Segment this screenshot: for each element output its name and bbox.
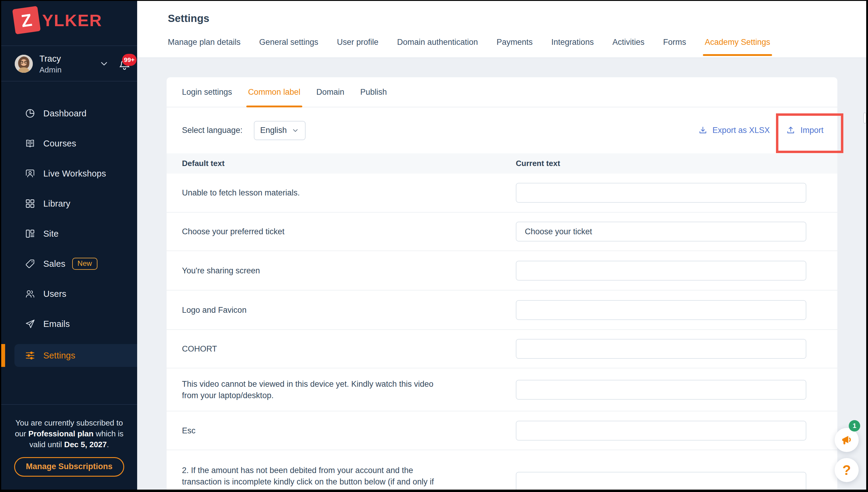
help-button[interactable]: ?: [835, 458, 859, 482]
tab-general-settings[interactable]: General settings: [259, 38, 319, 56]
table-row: This video cannot be viewed in this devi…: [167, 368, 837, 411]
tab-login-settings[interactable]: Login settings: [182, 77, 232, 107]
sidebar-item-dashboard[interactable]: Dashboard: [1, 103, 137, 123]
table-header: Default text Current text: [167, 153, 837, 174]
sidebar-item-live-workshops[interactable]: Live Workshops: [1, 164, 137, 183]
paper-plane-icon: [25, 318, 35, 329]
default-text: This video cannot be viewed in this devi…: [182, 378, 439, 401]
language-value: English: [260, 126, 287, 135]
default-text: You're sharing screen: [182, 265, 439, 276]
chevron-down-icon: [292, 127, 299, 134]
default-text: COHORT: [182, 343, 439, 354]
sidebar: Z YLKER Tracy Admin: [1, 1, 137, 490]
current-text-input[interactable]: [516, 339, 807, 359]
user-role: Admin: [40, 65, 61, 75]
person-screen-icon: [25, 168, 35, 179]
default-text: 2. If the amount has not been debited fr…: [182, 465, 439, 490]
sidebar-item-users[interactable]: Users: [1, 284, 137, 304]
tab-forms[interactable]: Forms: [663, 38, 686, 56]
sidebar-item-emails[interactable]: Emails: [1, 314, 137, 334]
tab-publish[interactable]: Publish: [360, 77, 387, 107]
table-row: You're sharing screen: [167, 251, 837, 291]
current-text-input[interactable]: [516, 261, 807, 280]
profile-chevron-down-icon[interactable]: [99, 59, 109, 69]
sliders-icon: [25, 350, 35, 361]
avatar[interactable]: [15, 55, 33, 73]
table-row: COHORT: [167, 330, 837, 368]
tab-user-profile[interactable]: User profile: [337, 38, 378, 56]
default-text: Esc: [182, 425, 439, 436]
sidebar-item-sales[interactable]: Sales New: [1, 254, 137, 274]
grid-icon: [25, 198, 35, 209]
sidebar-item-courses[interactable]: Courses: [1, 133, 137, 153]
tab-common-label[interactable]: Common label: [248, 77, 300, 107]
subscription-text: You are currently subscribed to our Prof…: [1, 417, 137, 450]
current-text-input[interactable]: [516, 183, 807, 203]
subscription-panel: You are currently subscribed to our Prof…: [1, 404, 137, 490]
people-icon: [25, 288, 35, 299]
main-header: Settings Manage plan details General set…: [137, 1, 866, 58]
current-text-input[interactable]: [516, 421, 807, 441]
label-table: Unable to fetch lesson materials. Choose…: [167, 174, 837, 490]
logo-area: Z YLKER: [1, 1, 137, 46]
divider: [777, 123, 778, 138]
current-text-input[interactable]: [516, 380, 807, 400]
default-text: Choose your preferred ticket: [182, 226, 439, 237]
default-text: Unable to fetch lesson materials.: [182, 187, 439, 198]
user-name: Tracy: [40, 54, 61, 64]
table-row: Unable to fetch lesson materials.: [167, 174, 837, 213]
column-default-text: Default text: [182, 159, 516, 168]
active-indicator-bar: [1, 344, 5, 367]
announcements-count-badge: 1: [849, 420, 860, 432]
announcements-button[interactable]: [835, 428, 859, 452]
tab-payments[interactable]: Payments: [497, 38, 532, 56]
dashboard-pie-icon: [25, 108, 35, 119]
card-tab-bar: Login settings Common label Domain Publi…: [167, 77, 837, 107]
sidebar-item-settings[interactable]: Settings: [15, 344, 137, 367]
table-row: Esc: [167, 411, 837, 450]
question-mark-icon: ?: [842, 462, 851, 478]
tab-domain-authentication[interactable]: Domain authentication: [397, 38, 478, 56]
logo-z-mark: Z: [12, 6, 41, 34]
current-text-input[interactable]: [516, 300, 807, 320]
app-window: Z YLKER Tracy Admin: [1, 1, 866, 490]
language-dropdown[interactable]: English: [254, 121, 305, 140]
zylker-logo[interactable]: Z YLKER: [14, 7, 102, 33]
import-button[interactable]: Import: [786, 126, 823, 135]
tab-domain[interactable]: Domain: [316, 77, 344, 107]
academy-settings-card: Login settings Common label Domain Publi…: [167, 77, 837, 490]
settings-tab-bar: Manage plan details General settings Use…: [168, 38, 770, 56]
layout-icon: [25, 228, 35, 239]
current-text-input[interactable]: [516, 472, 807, 490]
table-row: 2. If the amount has not been debited fr…: [167, 450, 837, 490]
logo-wordmark: YLKER: [42, 10, 102, 30]
sidebar-nav: Dashboard Courses Live Workshops Library: [1, 81, 137, 367]
scrollbar-thumb[interactable]: [864, 113, 866, 123]
avatar-photo: [15, 55, 33, 73]
notifications-bell[interactable]: 99+: [118, 58, 131, 71]
sales-new-badge: New: [72, 258, 97, 270]
profile-area: Tracy Admin 99+: [1, 46, 137, 81]
sidebar-item-site[interactable]: Site: [1, 224, 137, 244]
table-row: Logo and Favicon: [167, 291, 837, 330]
table-row: Choose your preferred ticket: [167, 213, 837, 251]
upload-icon: [786, 126, 795, 135]
controls-row: Select language: English Export as XLSX: [167, 107, 837, 153]
manage-subscriptions-button[interactable]: Manage Subscriptions: [14, 457, 124, 477]
notification-count-badge: 99+: [122, 54, 137, 66]
open-book-icon: [25, 138, 35, 149]
export-xlsx-button[interactable]: Export as XLSX: [698, 126, 770, 135]
select-language-label: Select language:: [182, 126, 242, 135]
tab-manage-plan-details[interactable]: Manage plan details: [168, 38, 241, 56]
tag-icon: [25, 258, 35, 269]
page-title: Settings: [168, 12, 209, 24]
current-text-input[interactable]: [516, 222, 807, 242]
column-current-text: Current text: [516, 159, 560, 168]
sidebar-item-library[interactable]: Library: [1, 194, 137, 214]
megaphone-icon: [840, 433, 853, 447]
tab-activities[interactable]: Activities: [612, 38, 645, 56]
tab-integrations[interactable]: Integrations: [551, 38, 594, 56]
default-text: Logo and Favicon: [182, 304, 439, 316]
tab-academy-settings[interactable]: Academy Settings: [705, 38, 770, 56]
download-icon: [698, 126, 708, 135]
